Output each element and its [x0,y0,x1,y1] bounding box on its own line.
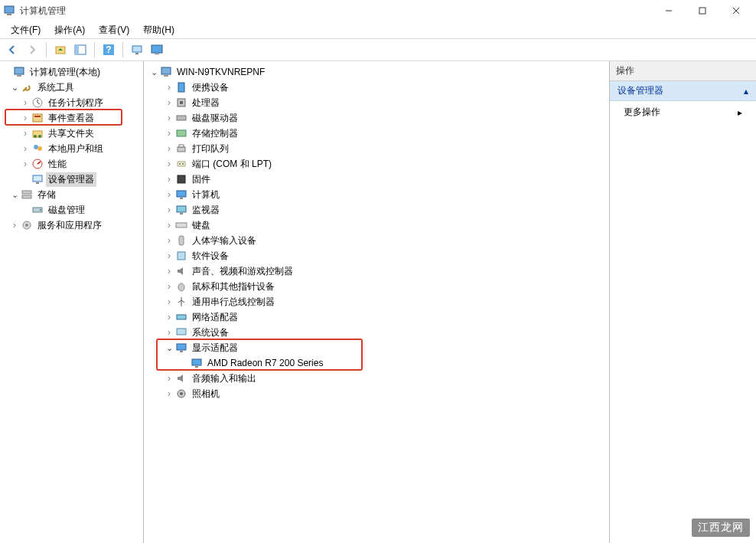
close-button[interactable] [719,0,753,21]
collapse-icon: ▴ [744,86,748,96]
cat-computers[interactable]: 计算机 [145,187,608,202]
left-tree-pane[interactable]: 计算机管理(本地) 系统工具 任务计划程序 事件查看器 共享文件夹 本地用户和组 [0,61,144,543]
expander-icon[interactable] [164,373,174,384]
node-label: 磁盘管理 [46,203,87,218]
left-device-manager[interactable]: 设备管理器 [2,172,142,187]
menu-action[interactable]: 操作(A) [48,22,91,38]
left-services-apps[interactable]: 服务和应用程序 [2,218,142,233]
network-icon [175,311,187,323]
cat-print-queues[interactable]: 打印队列 [145,141,608,156]
node-label: 固件 [190,172,213,187]
svg-rect-19 [34,116,41,117]
printer-icon [175,142,187,155]
cat-processors[interactable]: 处理器 [145,95,608,110]
minimize-button[interactable] [652,0,686,21]
svg-point-33 [25,224,28,227]
computer-mgmt-icon [13,66,25,78]
help-button[interactable]: ? [99,41,118,59]
svg-point-31 [40,209,41,211]
left-local-users[interactable]: 本地用户和组 [2,141,142,156]
expander-icon[interactable] [164,128,174,139]
left-performance[interactable]: 性能 [2,156,142,172]
device-tree-pane[interactable]: WIN-N9TKVNREPNF 便携设备 处理器 磁盘驱动器 存储控制器 打印队… [144,61,610,543]
toolbar: ? [0,38,756,61]
expander-icon[interactable] [164,189,174,200]
left-sys-tools[interactable]: 系统工具 [2,80,142,95]
menu-file[interactable]: 文件(F) [5,22,47,38]
app-icon [3,5,15,17]
monitor-icon-button[interactable] [148,41,166,59]
menu-help[interactable]: 帮助(H) [137,22,181,38]
chevron-right-icon: ▸ [738,107,742,118]
expander-icon[interactable] [20,159,31,169]
cat-hid[interactable]: 人体学输入设备 [145,233,608,248]
expander-icon[interactable] [164,343,174,353]
device-display-child[interactable]: AMD Radeon R7 200 Series [145,355,608,371]
expander-icon[interactable] [164,204,174,215]
node-label: 键盘 [190,218,213,233]
forward-button[interactable] [23,41,41,59]
expander-icon[interactable] [9,190,20,200]
cat-network-adapters[interactable]: 网络适配器 [145,309,608,325]
expander-icon[interactable] [164,220,174,231]
expander-icon[interactable] [164,388,174,399]
node-label: 通用串行总线控制器 [190,295,277,309]
expander-icon[interactable] [164,113,174,123]
expander-icon[interactable] [164,250,174,261]
expander-icon[interactable] [164,143,174,154]
back-button[interactable] [3,41,21,59]
expander-icon[interactable] [20,128,31,139]
cat-sound[interactable]: 声音、视频和游戏控制器 [145,263,608,279]
cat-audio-io[interactable]: 音频输入和输出 [145,371,608,386]
expander-icon[interactable] [9,220,20,231]
cat-mice[interactable]: 鼠标和其他指针设备 [145,279,608,294]
cat-system-devices[interactable]: 系统设备 [145,325,608,340]
cat-usb[interactable]: 通用串行总线控制器 [145,294,608,309]
expander-icon[interactable] [164,266,174,276]
expander-icon[interactable] [164,281,174,292]
node-label: 网络适配器 [190,310,240,325]
cat-cameras[interactable]: 照相机 [145,386,608,401]
left-disk-management[interactable]: 磁盘管理 [2,202,142,218]
expander-icon[interactable] [164,82,174,93]
cat-display-adapters[interactable]: 显示适配器 [145,340,608,355]
cat-keyboards[interactable]: 键盘 [145,218,608,233]
actions-header: 操作 [610,61,756,81]
cat-monitors[interactable]: 监视器 [145,202,608,218]
cat-software-devices[interactable]: 软件设备 [145,248,608,263]
window-title: 计算机管理 [20,5,652,18]
expander-icon[interactable] [164,159,174,169]
up-button[interactable] [51,41,70,59]
expander-icon[interactable] [164,327,174,338]
left-task-scheduler[interactable]: 任务计划程序 [2,95,142,110]
left-storage[interactable]: 存储 [2,187,142,202]
cat-firmware[interactable]: 固件 [145,172,608,187]
menu-view[interactable]: 查看(V) [93,22,135,38]
actions-more[interactable]: 更多操作 ▸ [610,101,756,123]
expander-icon[interactable] [20,143,31,154]
expander-icon[interactable] [148,67,159,77]
left-root[interactable]: 计算机管理(本地) [2,64,142,80]
node-label: 事件查看器 [46,111,96,126]
cpu-icon [175,96,187,109]
expander-icon[interactable] [164,97,174,108]
actions-section-device-manager[interactable]: 设备管理器 ▴ [610,81,756,101]
left-shared-folders[interactable]: 共享文件夹 [2,126,142,141]
cat-portable[interactable]: 便携设备 [145,80,608,95]
cat-storage-controllers[interactable]: 存储控制器 [145,126,608,141]
expander-icon[interactable] [20,97,31,108]
expander-icon[interactable] [164,174,174,185]
expander-icon[interactable] [9,83,20,93]
show-hide-tree-button[interactable] [71,41,90,59]
expander-icon[interactable] [164,296,174,307]
cat-disk-drives[interactable]: 磁盘驱动器 [145,110,608,126]
maximize-button[interactable] [686,0,719,21]
expander-icon[interactable] [164,235,174,246]
device-root[interactable]: WIN-N9TKVNREPNF [145,64,608,80]
left-event-viewer[interactable]: 事件查看器 [2,110,142,126]
expander-icon[interactable] [164,312,174,322]
devices-icon-button[interactable] [128,41,146,59]
expander-icon[interactable] [20,113,31,123]
storage-ctrl-icon [175,127,187,139]
cat-ports[interactable]: 端口 (COM 和 LPT) [145,156,608,172]
